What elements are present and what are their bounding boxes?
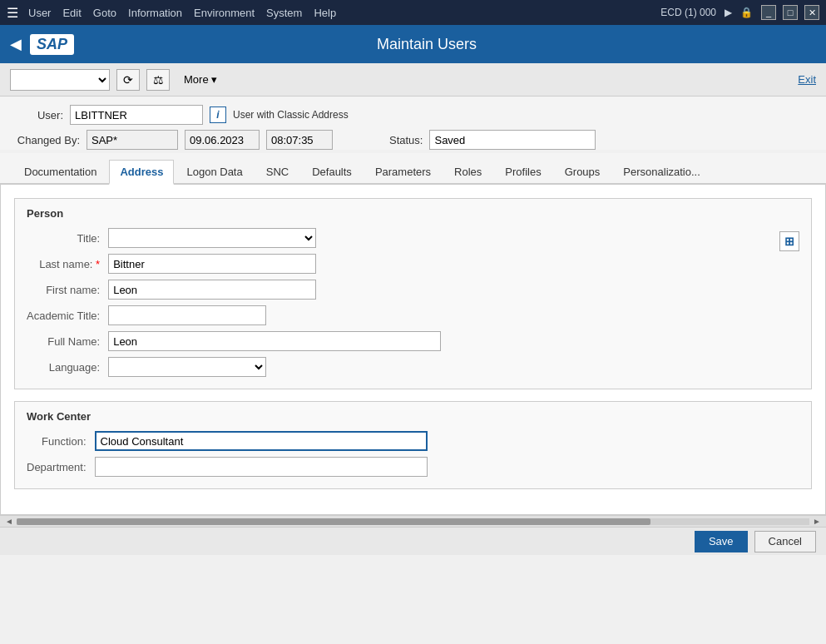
time-input	[266, 130, 333, 150]
tab-personalization[interactable]: Personalizatio...	[612, 160, 711, 183]
full-name-label: Full Name:	[27, 335, 100, 348]
page-title: Maintain Users	[87, 36, 766, 53]
person-section-title: Person	[27, 207, 63, 220]
menu-help[interactable]: Help	[314, 7, 336, 19]
tab-groups[interactable]: Groups	[554, 160, 611, 183]
work-center-section-title: Work Center	[27, 410, 799, 423]
last-name-input[interactable]	[108, 254, 316, 274]
title-bar: ☰ User Edit Goto Information Environment…	[0, 0, 826, 25]
title-bar-right: ECD (1) 000 ▶ 🔒 _ □ ✕	[660, 5, 819, 20]
menu-environment[interactable]: Environment	[194, 7, 255, 19]
maximize-button[interactable]: □	[783, 5, 798, 20]
language-dropdown-row	[108, 357, 779, 377]
balance-icon-button[interactable]: ⚖	[146, 69, 170, 91]
close-button[interactable]: ✕	[804, 5, 819, 20]
department-input[interactable]	[95, 457, 428, 477]
toolbar: ⟳ ⚖ More ▾ Exit	[0, 63, 826, 97]
minimize-button[interactable]: _	[761, 5, 776, 20]
user-label: User:	[13, 109, 63, 121]
language-label: Language:	[27, 361, 100, 374]
status-bar: Save Cancel	[0, 527, 826, 555]
function-input[interactable]	[95, 431, 428, 451]
title-select[interactable]	[108, 228, 316, 248]
full-name-input[interactable]	[108, 331, 441, 351]
back-button[interactable]: ◀	[10, 35, 22, 53]
status-input	[429, 130, 596, 150]
sap-logo: SAP	[30, 34, 74, 55]
tab-defaults[interactable]: Defaults	[301, 160, 363, 183]
tab-documentation[interactable]: Documentation	[13, 160, 107, 183]
sap-header: ◀ SAP Maintain Users	[0, 25, 826, 63]
first-name-label: First name:	[27, 284, 100, 296]
save-button[interactable]: Save	[695, 531, 748, 552]
tab-profiles[interactable]: Profiles	[494, 160, 551, 183]
exit-button[interactable]: Exit	[798, 73, 816, 86]
system-info: ECD (1) 000	[660, 7, 716, 18]
tab-logon-data[interactable]: Logon Data	[176, 160, 253, 183]
horizontal-scrollbar[interactable]: ◄ ►	[0, 515, 826, 527]
play-icon[interactable]: ▶	[725, 7, 732, 18]
info-icon-button[interactable]: i	[210, 107, 226, 123]
refresh-icon-button[interactable]: ⟳	[116, 69, 140, 91]
title-field-label: Title:	[27, 232, 100, 245]
department-label: Department:	[27, 461, 87, 473]
person-section: Person Title: Last name: First name: Aca…	[14, 198, 812, 389]
tab-parameters[interactable]: Parameters	[364, 160, 442, 183]
date-input	[185, 130, 260, 150]
more-button[interactable]: More ▾	[176, 70, 225, 89]
menu-system[interactable]: System	[266, 7, 302, 19]
person-form: Title: Last name: First name: Academic T…	[27, 228, 779, 377]
menu-user[interactable]: User	[28, 7, 51, 19]
tab-address[interactable]: Address	[109, 160, 174, 185]
title-dropdown-row	[108, 228, 779, 248]
work-center-form: Function: Department:	[27, 431, 799, 477]
scroll-thumb	[17, 518, 651, 525]
tab-content-address: Person Title: Last name: First name: Aca…	[0, 185, 826, 515]
cancel-button[interactable]: Cancel	[754, 531, 816, 552]
academic-title-label: Academic Title:	[27, 310, 100, 322]
lock-icon[interactable]: 🔒	[740, 7, 753, 18]
user-input[interactable]	[70, 105, 203, 125]
academic-title-input[interactable]	[108, 305, 266, 325]
scroll-track[interactable]	[17, 518, 809, 525]
changed-by-label: Changed By:	[13, 134, 80, 146]
scroll-left-arrow[interactable]: ◄	[2, 517, 17, 526]
language-select[interactable]	[108, 357, 266, 377]
changed-by-row: Changed By: Status:	[0, 130, 826, 150]
classic-address-label: User with Classic Address	[233, 109, 349, 121]
menu-bar: User Edit Goto Information Environment S…	[28, 7, 650, 19]
hamburger-menu-icon[interactable]: ☰	[7, 5, 18, 21]
sap-logo-text: SAP	[37, 36, 67, 52]
user-info-row: User: i User with Classic Address	[0, 105, 826, 125]
menu-edit[interactable]: Edit	[62, 7, 81, 19]
menu-goto[interactable]: Goto	[93, 7, 116, 19]
changed-by-input	[87, 130, 178, 150]
toolbar-dropdown[interactable]	[10, 69, 110, 91]
more-arrow-icon: ▾	[211, 73, 217, 86]
menu-information[interactable]: Information	[128, 7, 182, 19]
more-label: More	[184, 73, 209, 86]
window-controls: _ □ ✕	[761, 5, 819, 20]
tab-snc[interactable]: SNC	[255, 160, 299, 183]
status-label: Status:	[389, 134, 423, 146]
scroll-right-arrow[interactable]: ►	[809, 517, 824, 526]
last-name-label: Last name:	[27, 258, 100, 270]
work-center-section: Work Center Function: Department:	[14, 401, 812, 489]
first-name-input[interactable]	[108, 280, 316, 300]
expand-icon-button[interactable]: ⊞	[779, 231, 799, 251]
function-label: Function:	[27, 435, 87, 448]
tabs-bar: Documentation Address Logon Data SNC Def…	[0, 153, 826, 185]
tab-roles[interactable]: Roles	[443, 160, 492, 183]
